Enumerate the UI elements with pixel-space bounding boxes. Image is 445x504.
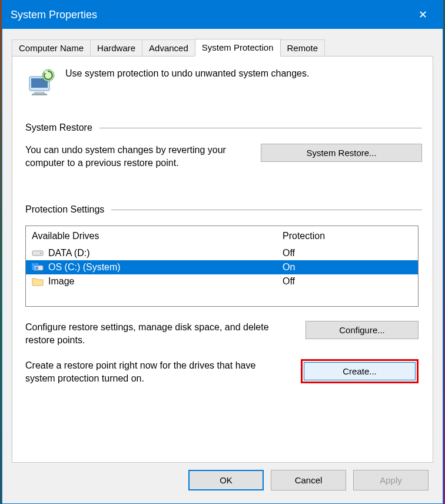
titlebar[interactable]: System Properties ✕ — [2, 1, 443, 29]
intro-row: Use system protection to undo unwanted s… — [25, 67, 422, 99]
section-label: Protection Settings — [25, 204, 104, 215]
svg-rect-3 — [32, 94, 47, 95]
drives-header: Available Drives Protection — [26, 226, 418, 246]
system-restore-row: You can undo system changes by reverting… — [25, 144, 422, 169]
svg-rect-2 — [34, 92, 45, 94]
system-protection-icon — [25, 67, 57, 99]
intro-text: Use system protection to undo unwanted s… — [65, 67, 309, 79]
system-restore-desc: You can undo system changes by reverting… — [25, 144, 249, 169]
drive-name: OS (C:) (System) — [48, 262, 121, 273]
system-restore-button[interactable]: System Restore... — [261, 144, 422, 162]
svg-rect-10 — [32, 267, 35, 270]
client-area: Computer Name Hardware Advanced System P… — [2, 29, 443, 503]
create-row: Create a restore point right now for the… — [25, 359, 419, 384]
drive-row-data[interactable]: DATA (D:) Off — [26, 246, 418, 260]
drives-body: DATA (D:) Off OS (C:) (System) On — [26, 246, 418, 306]
svg-rect-11 — [35, 267, 38, 270]
close-icon[interactable]: ✕ — [411, 8, 434, 21]
apply-button[interactable]: Apply — [353, 470, 429, 490]
svg-rect-8 — [32, 263, 35, 266]
drive-name: DATA (D:) — [48, 248, 90, 258]
tab-system-protection[interactable]: System Protection — [195, 39, 281, 57]
configure-button[interactable]: Configure... — [305, 321, 419, 339]
ok-button[interactable]: OK — [188, 470, 264, 490]
system-properties-window: System Properties ✕ Computer Name Hardwa… — [2, 0, 443, 504]
drive-protection: Off — [283, 248, 412, 258]
create-highlight: Create... — [301, 359, 419, 383]
drive-row-os[interactable]: OS (C:) (System) On — [26, 260, 418, 274]
drive-name: Image — [48, 276, 74, 287]
cancel-button[interactable]: Cancel — [271, 470, 346, 490]
svg-point-6 — [40, 253, 41, 254]
drives-table: Available Drives Protection DATA (D:) Of… — [25, 226, 419, 307]
create-desc: Create a restore point right now for the… — [25, 359, 273, 384]
col-header-protection: Protection — [283, 231, 412, 241]
svg-rect-9 — [35, 263, 38, 266]
tab-computer-name[interactable]: Computer Name — [12, 39, 91, 57]
configure-desc: Configure restore settings, manage disk … — [25, 321, 273, 346]
tab-advanced[interactable]: Advanced — [142, 39, 195, 57]
divider — [99, 128, 422, 128]
svg-rect-5 — [32, 251, 43, 256]
section-header-system-restore: System Restore — [25, 122, 422, 133]
configure-row: Configure restore settings, manage disk … — [25, 321, 419, 346]
drive-row-image[interactable]: Image Off — [26, 274, 418, 289]
tab-hardware[interactable]: Hardware — [90, 39, 142, 57]
drive-protection: Off — [283, 276, 412, 287]
col-header-drives: Available Drives — [32, 231, 283, 241]
dialog-footer: OK Cancel Apply — [12, 463, 433, 498]
drive-protection: On — [283, 262, 412, 273]
create-button[interactable]: Create... — [304, 362, 416, 380]
tabpage-system-protection: Use system protection to undo unwanted s… — [12, 56, 433, 463]
tabstrip: Computer Name Hardware Advanced System P… — [12, 38, 433, 56]
tab-remote[interactable]: Remote — [280, 39, 326, 57]
section-header-protection-settings: Protection Settings — [25, 204, 422, 215]
folder-icon — [32, 277, 44, 286]
section-label: System Restore — [25, 122, 92, 133]
divider — [111, 210, 422, 210]
disk-icon — [32, 248, 44, 258]
window-title: System Properties — [11, 9, 97, 21]
windows-disk-icon — [32, 263, 44, 272]
